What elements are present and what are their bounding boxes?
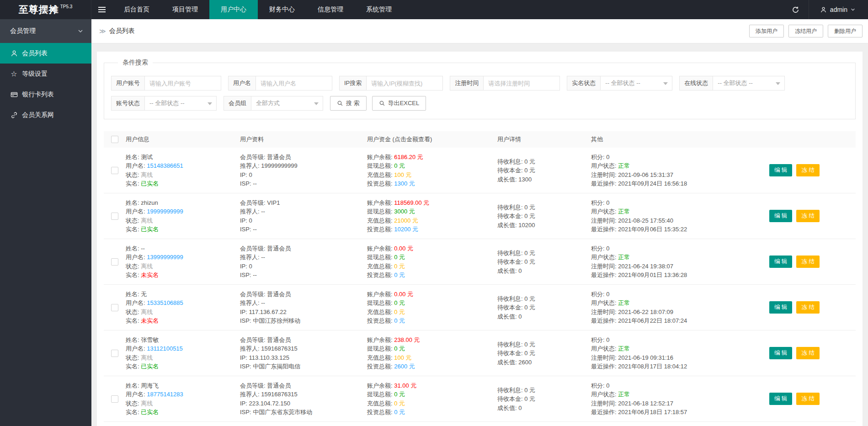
user-info-cell: 姓名: 张雪敏 用户名: 13112100515 状态: 离线 实名: 已实名 bbox=[126, 335, 240, 372]
recharge-total[interactable]: 0 元 bbox=[394, 309, 405, 315]
sidebar-item[interactable]: 银行卡列表 bbox=[0, 84, 91, 105]
edit-button[interactable]: 编 辑 bbox=[769, 256, 792, 268]
page-actions: 添加用户 冻结用户 删除用户 bbox=[745, 25, 863, 37]
row-checkbox[interactable] bbox=[111, 304, 118, 311]
sidebar-item[interactable]: ☆ 等级设置 bbox=[0, 64, 91, 84]
select-all-cell bbox=[104, 136, 126, 143]
ip-address: 0 bbox=[249, 171, 252, 178]
freeze-button[interactable]: 冻 结 bbox=[796, 164, 819, 176]
freeze-button[interactable]: 冻 结 bbox=[796, 393, 819, 405]
freeze-button[interactable]: 冻 结 bbox=[796, 256, 819, 268]
top-menu-item[interactable]: 用户中心 bbox=[209, 0, 258, 19]
table-row: 姓名: zhizun 用户名: 19999999999 状态: 离线 实名: 已… bbox=[104, 193, 856, 239]
breadcrumb-arrows-icon: ≫ bbox=[99, 27, 106, 35]
withdraw-total[interactable]: 0 元 bbox=[394, 391, 405, 398]
invest-total[interactable]: 0 元 bbox=[394, 272, 405, 278]
edit-button[interactable]: 编 辑 bbox=[769, 393, 792, 405]
online-status: 离线 bbox=[141, 217, 153, 224]
username-link[interactable]: 18775141283 bbox=[147, 391, 183, 398]
balance-amount[interactable]: 238.00 元 bbox=[394, 336, 420, 343]
withdraw-total[interactable]: 0 元 bbox=[394, 299, 405, 306]
realname-status: 未实名 bbox=[141, 317, 159, 324]
sidebar-item[interactable]: 会员关系网 bbox=[0, 105, 91, 125]
sidebar-group-member-management[interactable]: 会员管理 bbox=[0, 19, 91, 43]
edit-button[interactable]: 编 辑 bbox=[769, 164, 792, 176]
filter-select-value: -- 全部状态 -- bbox=[718, 80, 753, 86]
withdraw-total[interactable]: 0 元 bbox=[394, 254, 405, 261]
username-link[interactable]: 19999999999 bbox=[147, 208, 183, 215]
top-menu-item[interactable]: 系统管理 bbox=[355, 0, 403, 19]
username-link[interactable]: 13112100515 bbox=[147, 345, 183, 352]
row-checkbox[interactable] bbox=[111, 213, 118, 220]
top-menu: 后台首页 项目管理 用户中心 财务中心 信息管理 系统管理 bbox=[112, 0, 403, 19]
invest-total[interactable]: 1300 元 bbox=[394, 180, 415, 187]
search-field-label: 注册时间 bbox=[450, 76, 484, 91]
invest-total[interactable]: 0 元 bbox=[394, 409, 405, 415]
search-row-2: 账号状态 -- 全部状态 -- 会员组 bbox=[111, 96, 848, 111]
balance-amount[interactable]: 0.00 元 bbox=[394, 245, 413, 252]
search-field-group: 账号状态 -- 全部状态 -- bbox=[111, 96, 217, 111]
freeze-button[interactable]: 冻 结 bbox=[796, 210, 819, 222]
invest-total[interactable]: 10200 元 bbox=[394, 226, 418, 233]
link-icon bbox=[10, 111, 18, 119]
search-input[interactable] bbox=[144, 76, 221, 91]
balance-amount[interactable]: 31.00 元 bbox=[394, 382, 416, 389]
user-name: 测试 bbox=[141, 154, 153, 160]
invest-total[interactable]: 2600 元 bbox=[394, 363, 415, 370]
row-checkbox[interactable] bbox=[111, 167, 118, 174]
edit-button[interactable]: 编 辑 bbox=[769, 210, 792, 222]
search-action-button[interactable]: 搜 索 bbox=[330, 96, 367, 111]
freeze-button[interactable]: 冻 结 bbox=[796, 301, 819, 314]
invest-total[interactable]: 0 元 bbox=[394, 317, 405, 324]
magnifier-icon bbox=[337, 100, 343, 106]
row-checkbox[interactable] bbox=[111, 258, 118, 266]
username-link[interactable]: 15148386651 bbox=[147, 162, 183, 169]
select-all-checkbox[interactable] bbox=[111, 136, 118, 143]
freeze-button[interactable]: 冻 结 bbox=[796, 347, 819, 359]
top-menu-item[interactable]: 财务中心 bbox=[258, 0, 306, 19]
caret-down-icon bbox=[208, 102, 212, 105]
user-detail-cell: 待收利息: 0 元 待收本金: 0 元 成长值: 0 bbox=[497, 248, 591, 276]
search-action-button[interactable]: 导出EXCEL bbox=[372, 96, 426, 111]
search-panel-legend: 条件搜索 bbox=[118, 59, 153, 67]
edit-button[interactable]: 编 辑 bbox=[769, 347, 792, 359]
balance-amount[interactable]: 0.00 元 bbox=[394, 291, 413, 298]
page-action-button[interactable]: 添加用户 bbox=[749, 25, 784, 37]
row-actions-cell: 编 辑 冻 结 bbox=[751, 301, 856, 314]
filter-select[interactable]: -- 全部状态 -- bbox=[713, 76, 785, 91]
recharge-total[interactable]: 21000 元 bbox=[394, 217, 418, 224]
withdraw-total[interactable]: 0 元 bbox=[394, 345, 405, 352]
recharge-total[interactable]: 100 元 bbox=[394, 171, 411, 178]
search-input[interactable] bbox=[256, 76, 332, 91]
refresh-button[interactable] bbox=[783, 0, 809, 19]
row-checkbox[interactable] bbox=[111, 395, 118, 403]
register-time: 2021-08-25 17:55:40 bbox=[618, 217, 673, 224]
search-input[interactable] bbox=[483, 76, 560, 91]
top-menu-item[interactable]: 后台首页 bbox=[112, 0, 161, 19]
sidebar-item[interactable]: 会员列表 bbox=[0, 43, 91, 64]
edit-button[interactable]: 编 辑 bbox=[769, 301, 792, 314]
filter-select[interactable]: 全部方式 bbox=[251, 96, 323, 111]
filter-select[interactable]: -- 全部状态 -- bbox=[600, 76, 672, 91]
pending-principal: 0 元 bbox=[524, 167, 535, 174]
username-link[interactable]: 13999999999 bbox=[147, 254, 183, 261]
recharge-total[interactable]: 100 元 bbox=[394, 354, 411, 361]
admin-menu[interactable]: admin bbox=[809, 0, 868, 19]
recharge-total[interactable]: 0 元 bbox=[394, 400, 405, 407]
withdraw-total[interactable]: 0 元 bbox=[394, 162, 405, 169]
username-link[interactable]: 15335106885 bbox=[147, 299, 183, 306]
top-menu-item[interactable]: 项目管理 bbox=[161, 0, 209, 19]
hamburger-menu-icon[interactable] bbox=[91, 0, 112, 19]
row-checkbox[interactable] bbox=[111, 350, 118, 357]
page-action-button[interactable]: 删除用户 bbox=[828, 25, 863, 37]
recharge-total[interactable]: 0 元 bbox=[394, 263, 405, 270]
sidebar-menu: 会员列表 ☆ 等级设置 银行卡列表 会员关系网 bbox=[0, 43, 91, 125]
balance-amount[interactable]: 6186.20 元 bbox=[394, 154, 423, 160]
balance-amount[interactable]: 118569.00 元 bbox=[394, 199, 429, 206]
top-menu-item[interactable]: 信息管理 bbox=[306, 0, 355, 19]
search-input[interactable] bbox=[366, 76, 443, 91]
filter-select[interactable]: -- 全部状态 -- bbox=[144, 96, 217, 111]
page-action-button[interactable]: 冻结用户 bbox=[788, 25, 823, 37]
last-operation-time: 2021年06月18日 17:18:57 bbox=[618, 409, 687, 415]
withdraw-total[interactable]: 3000 元 bbox=[394, 208, 415, 215]
